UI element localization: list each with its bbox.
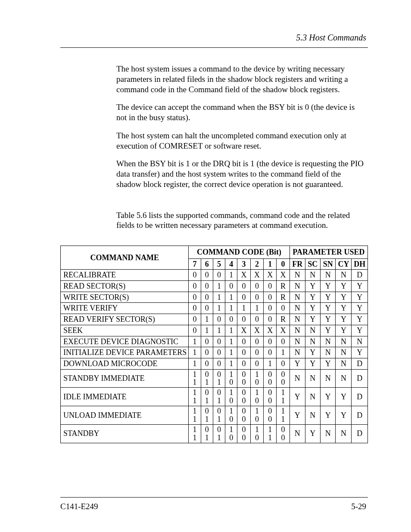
bit-cell: 01 (213, 406, 225, 425)
param-cell: Y (336, 406, 352, 425)
bit-cell: 11 (189, 424, 201, 443)
param-cell: N (321, 336, 336, 347)
param-cell: Y (321, 325, 336, 336)
param-cell: Y (305, 424, 320, 443)
table-row: READ VERIFY SECTOR(S)0100000RNYYYY (61, 314, 368, 325)
param-cell: N (305, 270, 320, 281)
bit-cell: 1 (189, 336, 201, 347)
bit-cell: 0 (225, 281, 237, 292)
bit-cell: 0 (201, 336, 213, 347)
param-cell: Y (352, 303, 368, 314)
param-cell: N (305, 388, 320, 406)
bit-cell: 00 (264, 388, 277, 406)
bit-cell: 0 (237, 292, 250, 303)
param-cell: N (336, 336, 352, 347)
bit-cell: 10 (225, 388, 237, 406)
bit-cell: 0 (189, 292, 201, 303)
param-cell: Y (336, 314, 352, 325)
command-table: COMMAND NAME COMMAND CODE (Bit) PARAMETE… (60, 246, 368, 443)
bit-cell: 1 (225, 303, 237, 314)
param-cell: N (290, 303, 305, 314)
table-row: READ SECTOR(S)0010000RNYYYY (61, 281, 368, 292)
page: 5.3 Host Commands The host system issues… (0, 0, 411, 532)
bit-cell: 0 (201, 358, 213, 369)
bit-cell: 01 (213, 369, 225, 388)
col-header-param: SC (305, 258, 320, 270)
table-row: WRITE VERIFY00111100NYYYY (61, 303, 368, 314)
param-cell: Y (305, 281, 320, 292)
param-cell: N (290, 336, 305, 347)
param-cell: D (352, 270, 368, 281)
bit-cell: 10 (250, 388, 263, 406)
bit-cell: 10 (250, 424, 263, 443)
bit-cell: 0 (237, 358, 250, 369)
col-header-bit: 1 (264, 258, 277, 270)
bit-cell: 0 (264, 347, 277, 358)
bit-cell: 1 (189, 358, 201, 369)
command-name-cell: IDLE IMMEDIATE (61, 388, 189, 406)
param-cell: N (336, 347, 352, 358)
bit-cell: X (277, 270, 290, 281)
param-cell: N (305, 325, 320, 336)
bit-cell: 0 (201, 270, 213, 281)
command-name-cell: INITIALIZE DEVICE PARAMETERS (61, 347, 189, 358)
bit-cell: 0 (189, 270, 201, 281)
bit-cell: 0 (189, 325, 201, 336)
table-header-row-1: COMMAND NAME COMMAND CODE (Bit) PARAMETE… (61, 246, 368, 259)
command-name-cell: RECALIBRATE (61, 270, 189, 281)
param-cell: N (352, 336, 368, 347)
col-header-param: FR (290, 258, 305, 270)
bit-cell: 0 (250, 281, 263, 292)
param-cell: N (305, 406, 320, 425)
param-cell: Y (352, 314, 368, 325)
param-cell: D (352, 358, 368, 369)
bit-cell: 0 (189, 281, 201, 292)
col-group-command-code: COMMAND CODE (Bit) (189, 246, 290, 259)
param-cell: Y (336, 292, 352, 303)
col-header-bit: 0 (277, 258, 290, 270)
table-row: STANDBY1101011000101100NYNND (61, 424, 368, 443)
bit-cell: 0 (264, 314, 277, 325)
param-cell: D (352, 369, 368, 388)
command-name-cell: DOWNLOAD MICROCODE (61, 358, 189, 369)
col-header-bit: 4 (225, 258, 237, 270)
bit-cell: 0 (201, 281, 213, 292)
bit-cell: 0 (264, 336, 277, 347)
bit-cell: X (237, 270, 250, 281)
bit-cell: 1 (213, 325, 225, 336)
param-cell: Y (336, 303, 352, 314)
bit-cell: 10 (225, 369, 237, 388)
bit-cell: 0 (213, 270, 225, 281)
bit-cell: 0 (264, 281, 277, 292)
table-row: DOWNLOAD MICROCODE10010010YYYND (61, 358, 368, 369)
bit-cell: 11 (264, 424, 277, 443)
bit-cell: 0 (250, 336, 263, 347)
param-cell: Y (321, 314, 336, 325)
paragraph: Table 5.6 lists the supported commands, … (116, 210, 366, 231)
table-row: EXECUTE DEVICE DIAGNOSTIC10010000NNNNN (61, 336, 368, 347)
param-cell: N (290, 369, 305, 388)
paragraph: The device can accept the command when t… (116, 102, 366, 123)
param-cell: Y (336, 388, 352, 406)
bit-cell: X (237, 325, 250, 336)
bit-cell: 1 (225, 325, 237, 336)
bit-cell: 0 (201, 303, 213, 314)
param-cell: D (352, 424, 368, 443)
col-header-param: SN (321, 258, 336, 270)
param-cell: Y (305, 314, 320, 325)
command-name-cell: READ SECTOR(S) (61, 281, 189, 292)
bit-cell: 1 (189, 347, 201, 358)
bit-cell: 0 (277, 358, 290, 369)
bit-cell: 00 (264, 369, 277, 388)
col-header-bit: 2 (250, 258, 263, 270)
bit-cell: 1 (250, 303, 263, 314)
bit-cell: 10 (225, 424, 237, 443)
bit-cell: 1 (225, 270, 237, 281)
col-header-bit: 6 (201, 258, 213, 270)
param-cell: Y (290, 388, 305, 406)
bit-cell: 01 (201, 388, 213, 406)
paragraph: The host system can halt the uncompleted… (116, 131, 366, 151)
bit-cell: X (277, 325, 290, 336)
bit-cell: 1 (225, 336, 237, 347)
table-row: SEEK0111XXXXNNYYY (61, 325, 368, 336)
